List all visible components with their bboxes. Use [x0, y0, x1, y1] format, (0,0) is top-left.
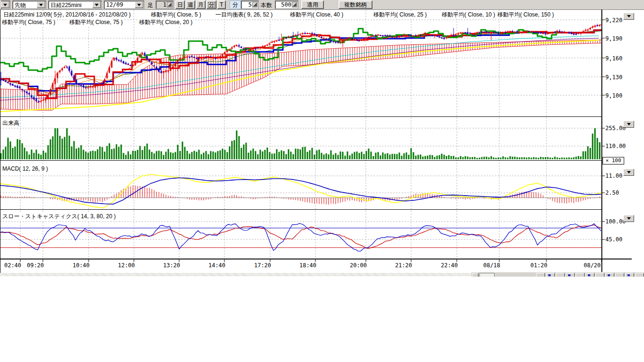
bottom-resize-texture: [0, 273, 471, 276]
legend-item: 移動平均( Close, 40 ): [289, 11, 344, 19]
strip-button-glyph: [548, 274, 551, 276]
strip-button[interactable]: [605, 273, 614, 277]
chevron-down-icon: [627, 171, 631, 175]
pane-scale-dropdown[interactable]: [623, 215, 634, 222]
strip-button[interactable]: [595, 273, 604, 277]
pane-scale-dropdown[interactable]: [623, 13, 634, 20]
strip-button-glyph: [608, 274, 610, 276]
legend-item: 移動平均( Close, 5 ): [150, 11, 202, 19]
strip-button[interactable]: [472, 273, 479, 277]
strip-button[interactable]: [546, 273, 555, 277]
strip-button[interactable]: [536, 273, 545, 277]
strip-field[interactable]: [479, 273, 495, 277]
volume-multiplier-box: × 100: [603, 157, 624, 165]
bottom-toolbar-strip: [471, 272, 644, 277]
legend-item: 移動平均( Close, 150 ): [496, 11, 555, 19]
strip-button[interactable]: [576, 273, 585, 277]
strip-button-glyph: [588, 274, 590, 276]
legend-item: 移動平均( Close, 25 ): [372, 11, 428, 19]
pane-scale-dropdown[interactable]: [623, 169, 634, 176]
pane-scale-dropdown[interactable]: [623, 121, 634, 128]
legend-item: 移動平均( Close, 75 ): [68, 18, 124, 26]
strip-button[interactable]: [635, 273, 644, 277]
legend-item: 日経225mini 12/09( 5分, 2012/08/16 - 2012/0…: [2, 11, 132, 19]
chart-application: 先物 日経225mini 12/09 足 1 日 週 月 分 T 分 5 本数 …: [0, 0, 644, 362]
legend-item: 移動平均( Close, 20 ): [138, 18, 193, 26]
legend-item: 一目均衡表( 9, 26, 52 ): [215, 11, 273, 19]
strip-button[interactable]: [586, 273, 594, 277]
strip-button[interactable]: [556, 273, 565, 277]
chevron-down-icon: [627, 15, 631, 19]
strip-button[interactable]: [625, 273, 634, 277]
legend-item: 移動平均( Close, 10 ): [441, 11, 496, 19]
strip-button[interactable]: [566, 273, 575, 277]
strip-button-glyph: [568, 274, 570, 276]
legend-row-2: 移動平均( Close, 75 )移動平均( Close, 75 )移動平均( …: [0, 18, 603, 25]
strip-button[interactable]: [615, 273, 624, 277]
strip-button-glyph: [627, 274, 630, 276]
chevron-down-icon: [627, 217, 631, 222]
chart-canvas[interactable]: [0, 0, 644, 278]
legend-item: 移動平均( Close, 75 ): [1, 18, 56, 26]
legend-row-1: 日経225mini 12/09( 5分, 2012/08/16 - 2012/0…: [0, 11, 603, 18]
chevron-down-icon: [627, 123, 631, 127]
